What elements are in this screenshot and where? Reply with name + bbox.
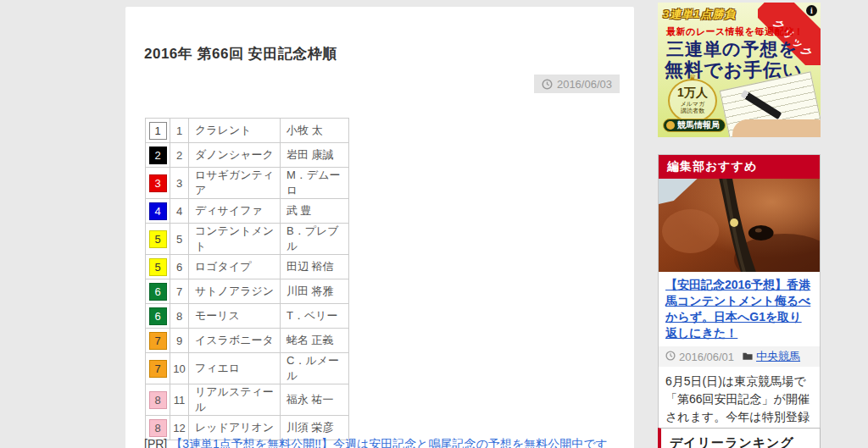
- waku-cell: 6: [146, 279, 170, 304]
- horse-name-cell: ダノンシャーク: [189, 143, 281, 168]
- horse-number-cell: 6: [170, 255, 189, 279]
- crown-icon: ♛: [670, 73, 715, 82]
- page-title: 2016年 第66回 安田記念枠順: [144, 44, 337, 64]
- horse-number-cell: 5: [170, 224, 189, 255]
- table-row: 68モーリスT．ベリー: [146, 304, 349, 329]
- table-row: 44ディサイファ武 豊: [146, 199, 349, 224]
- subscriber-label-1: メルマガ: [670, 101, 715, 108]
- waku-cell: 1: [146, 119, 170, 143]
- horse-number-cell: 7: [170, 279, 189, 304]
- horse-name-cell: ディサイファ: [189, 199, 281, 224]
- recommend-header: 編集部おすすめ: [659, 155, 820, 179]
- horse-name-cell: リアルスティール: [189, 384, 281, 416]
- waku-cell: 5: [146, 224, 170, 255]
- waku-color-box: 7: [149, 360, 167, 378]
- jockey-name-cell: M．デムーロ: [281, 168, 349, 199]
- article-date: 2016/06/01: [665, 351, 734, 363]
- horse-number-cell: 4: [170, 199, 189, 224]
- waku-color-box: 2: [149, 147, 167, 164]
- waku-color-box: 8: [149, 391, 167, 409]
- hand-graphic: [732, 119, 821, 137]
- table-row: 67サトノアラジン川田 将雅: [146, 279, 349, 304]
- publish-date: 2016/06/03: [557, 78, 612, 91]
- table-row: 11クラレント小牧 太: [146, 119, 349, 143]
- jockey-name-cell: 福永 祐一: [281, 384, 349, 416]
- table-row: 33ロサギガンティアM．デムーロ: [146, 168, 349, 199]
- subscriber-label-2: 講読者数: [670, 108, 715, 114]
- horse-number-cell: 2: [170, 143, 189, 168]
- jockey-name-cell: 川田 将雅: [281, 279, 349, 304]
- main-content-panel: 2016年 第66回 安田記念枠順 2016/06/03 11クラレント小牧 太…: [125, 7, 634, 448]
- jockey-name-cell: 蛯名 正義: [281, 329, 349, 353]
- folder-icon: [743, 351, 753, 363]
- waku-color-box: 5: [149, 230, 167, 248]
- pr-line: [PR]【3連単1点予想を無料公開!!】今週は安田記念と鳴尾記念の予想を無料公開…: [144, 437, 608, 448]
- jockey-name-cell: 岩田 康誠: [281, 143, 349, 168]
- horse-name-cell: ロゴタイプ: [189, 255, 281, 279]
- brand-name: 競馬情報局: [677, 119, 720, 131]
- waku-cell: 8: [146, 384, 170, 416]
- waku-color-box: 5: [149, 258, 167, 276]
- waku-color-box: 3: [149, 174, 167, 192]
- jockey-name-cell: B．プレブル: [281, 224, 349, 255]
- jockey-name-cell: 武 豊: [281, 199, 349, 224]
- pr-link[interactable]: 【3連単1点予想を無料公開!!】今週は安田記念と鳴尾記念の予想を無料公開中です: [170, 437, 608, 448]
- jockey-name-cell: C．ルメール: [281, 353, 349, 384]
- waku-cell: 5: [146, 255, 170, 279]
- waku-color-box: 1: [149, 122, 167, 140]
- waku-cell: 7: [146, 353, 170, 384]
- table-row: 55コンテントメントB．プレブル: [146, 224, 349, 255]
- jockey-name-cell: 田辺 裕信: [281, 255, 349, 279]
- horse-photo: [659, 179, 820, 272]
- category-link[interactable]: 中央競馬: [743, 349, 800, 364]
- jockey-name-cell: T．ベリー: [281, 304, 349, 329]
- horse-name-cell: ロサギガンティア: [189, 168, 281, 199]
- editor-recommend-widget: 編集部おすすめ 【安田記念2016予想】香港馬コンテントメント侮るべからず。日本…: [658, 154, 821, 448]
- jockey-name-cell: 小牧 太: [281, 119, 349, 143]
- article-meta: 2016/06/01 中央競馬: [659, 346, 820, 367]
- category-label: 中央競馬: [756, 349, 800, 364]
- horse-number-cell: 9: [170, 329, 189, 353]
- table-row: 710フィエロC．ルメール: [146, 353, 349, 384]
- horse-number-cell: 3: [170, 168, 189, 199]
- waku-cell: 2: [146, 143, 170, 168]
- horse-number-cell: 1: [170, 119, 189, 143]
- article-date-text: 2016/06/01: [679, 351, 734, 363]
- horse-name-cell: サトノアラジン: [189, 279, 281, 304]
- pr-label: [PR]: [144, 437, 167, 448]
- clock-icon: [665, 351, 676, 363]
- horse-number-cell: 8: [170, 304, 189, 329]
- ad-logo: 3連単1点勝負: [663, 7, 736, 22]
- recommend-article-link[interactable]: 【安田記念2016予想】香港馬コンテントメント侮るべからず。日本へG1を取り返し…: [659, 272, 820, 343]
- waku-color-box: 7: [149, 332, 167, 350]
- horse-name-cell: コンテントメント: [189, 224, 281, 255]
- waku-cell: 3: [146, 168, 170, 199]
- subscriber-count-badge: ♛ 1万人 メルマガ 講読者数: [668, 79, 717, 123]
- table-row: 22ダノンシャーク岩田 康誠: [146, 143, 349, 168]
- daily-ranking-widget: デイリーランキング: [658, 428, 821, 448]
- horse-name-cell: フィエロ: [189, 353, 281, 384]
- table-row: 79イスラボニータ蛯名 正義: [146, 329, 349, 353]
- waku-color-box: 6: [149, 283, 167, 301]
- horse-name-cell: モーリス: [189, 304, 281, 329]
- waku-cell: 6: [146, 304, 170, 329]
- waku-color-box: 8: [149, 419, 167, 437]
- waku-cell: 4: [146, 199, 170, 224]
- waku-color-box: 4: [149, 202, 167, 220]
- subscriber-count: 1万人: [670, 86, 715, 101]
- table-row: 811リアルスティール福永 祐一: [146, 384, 349, 416]
- horse-name-cell: イスラボニータ: [189, 329, 281, 353]
- waku-cell: 7: [146, 329, 170, 353]
- waku-color-box: 6: [149, 307, 167, 325]
- ranking-header: デイリーランキング: [670, 435, 811, 448]
- horse-number-cell: 10: [170, 353, 189, 384]
- ad-banner[interactable]: クリック 3連単1点勝負 最新のレース情報を毎週配信！ 三連単の予想を 無料でお…: [658, 3, 821, 137]
- publish-date-badge: 2016/06/03: [534, 75, 620, 93]
- table-row: 56ロゴタイプ田辺 裕信: [146, 255, 349, 279]
- race-bracket-table: 11クラレント小牧 太22ダノンシャーク岩田 康誠33ロサギガンティアM．デムー…: [145, 118, 349, 440]
- horse-icon: [666, 121, 675, 130]
- info-icon[interactable]: i: [806, 5, 817, 16]
- horse-number-cell: 11: [170, 384, 189, 416]
- clock-icon: [542, 79, 553, 90]
- ad-subheadline: 最新のレース情報を毎週配信！: [666, 25, 804, 38]
